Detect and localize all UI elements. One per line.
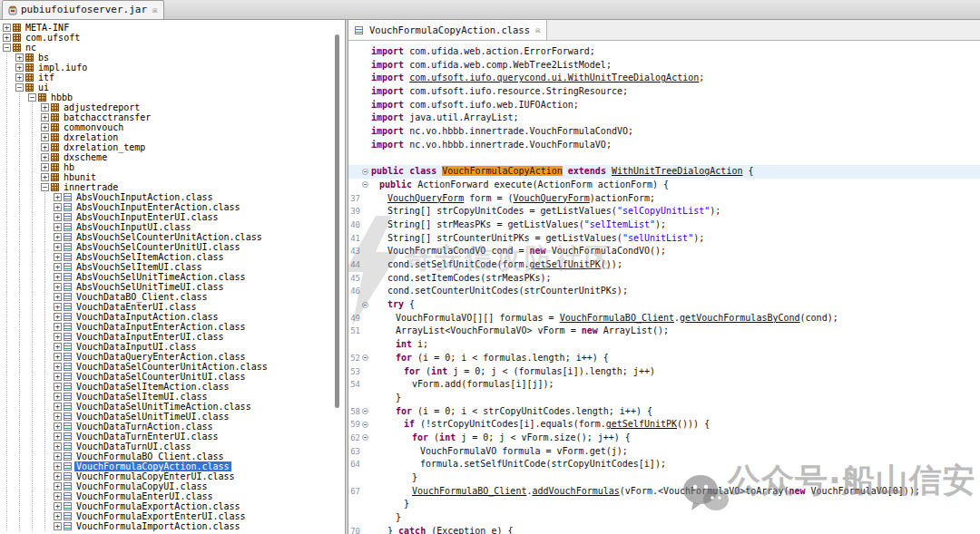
expand-icon[interactable]: + (54, 203, 62, 211)
tree-item[interactable]: −innertrade (0, 182, 345, 192)
expand-icon[interactable]: + (41, 113, 49, 121)
expand-icon[interactable]: + (54, 303, 62, 311)
expand-icon[interactable]: + (41, 103, 49, 112)
expand-icon[interactable]: + (54, 233, 62, 241)
tree-item[interactable]: +AbsVouchInputEnterAction.class (0, 202, 345, 212)
expand-icon[interactable]: + (54, 283, 62, 291)
code-editor[interactable]: import com.ufida.web.action.ErrorForward… (348, 41, 980, 534)
tree-item[interactable]: +VouchDataSelItemAction.class (0, 382, 345, 392)
expand-icon[interactable]: + (3, 24, 11, 32)
expand-icon[interactable]: + (41, 143, 49, 151)
expand-icon[interactable]: + (54, 522, 62, 530)
tree-item[interactable]: +VouchDataSelItemUI.class (0, 392, 345, 402)
fold-collapse-icon[interactable] (360, 298, 371, 312)
tree-item[interactable]: +VouchDataSelUnitTimeUI.class (0, 412, 345, 422)
expand-icon[interactable]: + (15, 53, 24, 62)
tree-item[interactable]: +VouchFormulaExportEnterUI.class (0, 511, 345, 521)
tree-scrollbar[interactable] (335, 22, 339, 532)
tree-item[interactable]: +AbsVouchInputEnterUI.class (0, 212, 345, 222)
expand-icon[interactable]: + (54, 333, 62, 341)
fold-collapse-icon[interactable] (360, 179, 371, 192)
tree-item[interactable]: +AbsVouchSelCounterUnitUI.class (0, 242, 345, 252)
tree-item[interactable]: +itf (0, 73, 345, 83)
expand-icon[interactable]: + (54, 273, 62, 281)
expand-icon[interactable]: + (54, 223, 62, 231)
tree-item[interactable]: +batchacctransfer (0, 112, 345, 122)
tree-item[interactable]: +VouchDataTurnUI.class (0, 442, 345, 451)
expand-icon[interactable]: + (54, 482, 62, 490)
expand-icon[interactable]: + (54, 462, 62, 471)
tree-item[interactable]: +VouchDataQueryEnterAction.class (0, 352, 345, 362)
expand-icon[interactable]: + (41, 133, 49, 141)
expand-icon[interactable]: + (54, 383, 62, 391)
tree-item[interactable]: +VouchFormulaCopyAction.class (0, 461, 345, 471)
expand-icon[interactable]: + (54, 363, 62, 371)
tree-item[interactable]: +AbsVouchSelUnitTimeAction.class (0, 272, 345, 282)
tree-item[interactable]: +dxscheme (0, 152, 345, 162)
expand-icon[interactable]: + (54, 263, 62, 271)
tree-item[interactable]: +AbsVouchSelCounterUnitAction.class (0, 232, 345, 242)
tree-item[interactable]: +AbsVouchSelItemAction.class (0, 252, 345, 262)
expand-icon[interactable]: + (3, 34, 11, 42)
fold-collapse-icon[interactable] (360, 418, 371, 432)
expand-icon[interactable]: + (15, 63, 24, 72)
expand-icon[interactable]: + (54, 393, 62, 401)
collapse-icon[interactable]: − (28, 93, 36, 102)
fold-collapse-icon[interactable] (360, 432, 371, 445)
tree-item[interactable]: +VouchFormulaExportAction.class (0, 501, 345, 511)
tree-item[interactable]: +VouchDataInputEnterAction.class (0, 322, 345, 332)
expand-icon[interactable]: + (54, 452, 62, 461)
expand-icon[interactable]: + (54, 512, 62, 520)
tree-item[interactable]: +VouchDataEnterUI.class (0, 302, 345, 312)
close-icon[interactable]: ☒ (152, 6, 157, 15)
tree-item[interactable]: +hb (0, 162, 345, 172)
expand-icon[interactable]: + (54, 323, 62, 331)
tree-item[interactable]: +com.ufsoft (0, 33, 345, 43)
expand-icon[interactable]: + (54, 432, 62, 441)
expand-icon[interactable]: + (54, 253, 62, 261)
tree-item[interactable]: +VouchDataInputAction.class (0, 312, 345, 322)
tree-item[interactable]: +adjustedreport (0, 102, 345, 112)
expand-icon[interactable]: + (41, 173, 49, 181)
expand-icon[interactable]: + (15, 73, 24, 82)
expand-icon[interactable]: + (54, 213, 62, 221)
tree-item[interactable]: +VouchDataTurnEnterUI.class (0, 432, 345, 442)
tree-item[interactable]: +AbsVouchInputAction.class (0, 192, 345, 202)
close-icon[interactable]: ☒ (535, 26, 540, 34)
expand-icon[interactable]: + (54, 293, 62, 301)
expand-icon[interactable]: + (54, 502, 62, 510)
tree-item[interactable]: +hbunit (0, 172, 345, 182)
tree-item[interactable]: +META-INF (0, 23, 345, 33)
expand-icon[interactable]: + (54, 472, 62, 481)
collapse-icon[interactable]: − (3, 44, 11, 52)
jar-tab[interactable]: pubiufoiufoserver.jar ☒ (2, 0, 164, 19)
fold-collapse-icon[interactable] (360, 165, 371, 179)
tree-item[interactable]: +impl.iufo (0, 63, 345, 73)
expand-icon[interactable]: + (54, 403, 62, 411)
expand-icon[interactable]: + (54, 373, 62, 381)
expand-icon[interactable]: + (54, 353, 62, 361)
tree-item[interactable]: +VouchDataSelUnitTimeAction.class (0, 402, 345, 412)
class-tab[interactable]: VouchFormulaCopyAction.class ☒ (348, 20, 547, 40)
tree-item[interactable]: +AbsVouchSelUnitTimeUI.class (0, 282, 345, 292)
expand-icon[interactable]: + (41, 163, 49, 171)
tree-item[interactable]: −ui (0, 83, 345, 92)
tree-item[interactable]: +VouchDataBO_Client.class (0, 292, 345, 302)
expand-icon[interactable]: + (54, 193, 62, 201)
collapse-icon[interactable]: − (15, 83, 24, 92)
tree-item[interactable]: +VouchFormulaEnterUI.class (0, 491, 345, 501)
tree-item[interactable]: +dxrelation_temp (0, 142, 345, 152)
tree-item[interactable]: +AbsVouchInputUI.class (0, 222, 345, 232)
expand-icon[interactable]: + (54, 313, 62, 321)
tree-item[interactable]: +VouchDataTurnAction.class (0, 422, 345, 432)
fold-collapse-icon[interactable] (360, 405, 371, 419)
collapse-icon[interactable]: − (41, 183, 49, 191)
tree-item[interactable]: +VouchDataSelCounterUnitAction.class (0, 362, 345, 372)
tree-item[interactable]: +VouchDataInputUI.class (0, 342, 345, 352)
tree-item[interactable]: +VouchDataInputEnterUI.class (0, 332, 345, 342)
tree-item[interactable]: +bs (0, 53, 345, 63)
tree-item[interactable]: −nc (0, 43, 345, 53)
tree-item[interactable]: +commonvouch (0, 122, 345, 132)
expand-icon[interactable]: + (54, 492, 62, 500)
expand-icon[interactable]: + (54, 343, 62, 351)
